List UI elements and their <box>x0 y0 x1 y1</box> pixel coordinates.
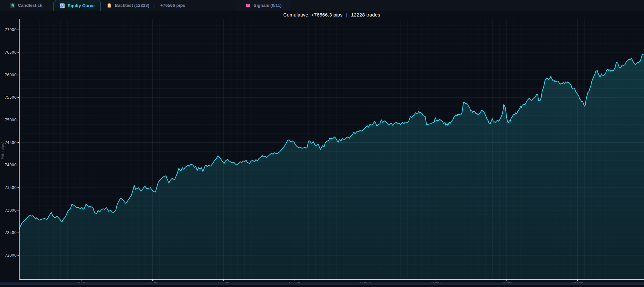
y-tick-label: 73500 <box>5 185 17 190</box>
tab-label: Candlestick <box>18 3 42 8</box>
y-tick-label: 72500 <box>5 230 17 235</box>
tab-equity-curve[interactable]: Equity Curve <box>53 0 101 11</box>
tab-pips-label: +76566 pips <box>160 3 185 8</box>
equity-curve-chart[interactable]: 7200072500730007350074000745007500075500… <box>0 11 644 285</box>
tab-label-separator: | <box>154 3 156 8</box>
equity-area <box>19 54 644 279</box>
y-tick-label: 77000 <box>5 28 17 32</box>
tab-candlestick[interactable]: Candlestick <box>0 0 48 11</box>
y-tick-label: 76000 <box>5 73 17 77</box>
equity-curve-panel: Cumulative: +76566.3 pips|12228 trades 7… <box>0 11 644 285</box>
y-tick-label: 75000 <box>5 118 17 122</box>
y-tick-label: 74000 <box>5 163 17 167</box>
y-tick-label: 76500 <box>5 50 17 55</box>
cumulative-pips-value: Cumulative: +76566.3 pips <box>283 12 343 17</box>
trade-count-value: 12228 trades <box>351 12 380 17</box>
clipboard-icon <box>107 3 112 8</box>
y-tick-label: 73000 <box>5 208 17 213</box>
title-separator: | <box>346 12 347 17</box>
y-tick-label: 72000 <box>5 253 17 258</box>
tab-signals[interactable]: Signals (0/11) <box>236 0 290 11</box>
tab-bar: Candlestick Equity Curve <box>0 0 644 11</box>
tab-label: Equity Curve <box>68 3 95 8</box>
line-chart-icon <box>60 3 65 8</box>
tab-backtest[interactable]: Backtest (12228) | +76566 pips <box>101 0 191 11</box>
y-tick-label: 75500 <box>5 95 17 100</box>
tab-label: Signals (0/11) <box>253 3 281 8</box>
y-tick-label: 74500 <box>5 140 17 145</box>
bottom-status-strip <box>0 282 644 285</box>
tab-label: Backtest (12228) <box>115 3 149 8</box>
y-axis-title: PnL (pips) <box>1 142 5 159</box>
chart-title: Cumulative: +76566.3 pips|12228 trades <box>19 12 644 17</box>
candlestick-icon <box>10 3 15 8</box>
brain-icon <box>245 3 251 8</box>
